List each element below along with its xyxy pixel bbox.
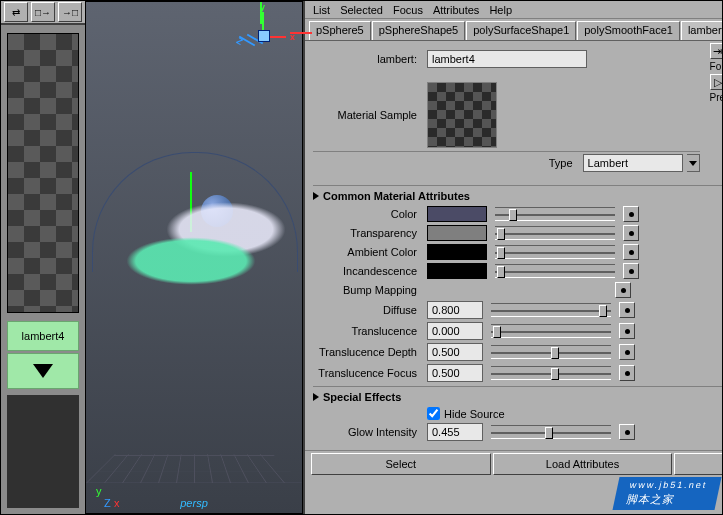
attr-slider[interactable] [495,245,615,259]
attr-value-field[interactable] [427,322,483,340]
presets-button[interactable]: ▷ [710,74,723,90]
attr-value-field[interactable] [427,343,483,361]
map-button[interactable] [619,344,635,360]
material-list-empty [7,395,79,508]
attr-slider[interactable] [491,324,611,338]
watermark: www.jb51.net 脚本之家 [613,477,722,510]
glow-intensity-field[interactable] [427,423,483,441]
type-label: Type [469,157,579,169]
map-button[interactable] [619,302,635,318]
material-assign-button[interactable] [7,353,79,389]
tab-polysurfaceshape1[interactable]: polySurfaceShape1 [466,21,576,40]
special-effects-header: Special Effects [323,391,401,403]
material-browser-panel: ⇄ □→ →□ lambert4 [1,1,85,514]
swap-icon[interactable]: ⇄ [4,2,28,22]
disclosure-triangle-icon[interactable] [313,192,319,200]
glow-intensity-slider[interactable] [491,425,611,439]
attribute-editor: List Selected Focus Attributes Help pSph… [303,1,723,514]
attr-label: Translucence Focus [313,367,423,379]
attr-value-field[interactable] [427,301,483,319]
select-button[interactable]: Select [311,453,491,475]
map-button[interactable] [623,225,639,241]
arrow-down-icon [33,364,53,378]
tab-polysmoothface1[interactable]: polySmoothFace1 [577,21,680,40]
attr-slider[interactable] [491,345,611,359]
attr-label: Transparency [313,227,423,239]
perspective-viewport[interactable]: y x Z y Z x persp [85,1,303,514]
disclosure-triangle-icon[interactable] [313,393,319,401]
tab-psphere5[interactable]: pSphere5 [309,21,371,40]
mesh-green-selected [126,237,256,285]
material-sample-swatch[interactable] [427,82,497,148]
map-button[interactable] [623,244,639,260]
attr-label: Bump Mapping [313,284,423,296]
attr-slider[interactable] [495,226,615,240]
export-icon[interactable]: □→ [31,2,55,22]
world-axis-indicator: y Z x [96,485,102,497]
attr-slider[interactable] [495,207,615,221]
camera-name-label: persp [180,497,208,509]
attribute-editor-menubar: List Selected Focus Attributes Help [305,1,723,19]
menu-selected[interactable]: Selected [340,4,383,16]
menu-attributes[interactable]: Attributes [433,4,479,16]
import-icon[interactable]: →□ [58,2,82,22]
attr-label: Ambient Color [313,246,423,258]
menu-list[interactable]: List [313,4,330,16]
map-button[interactable] [619,424,635,440]
attr-label: Translucence Depth [313,346,423,358]
attr-label: Color [313,208,423,220]
material-preview-large[interactable] [7,33,79,313]
menu-focus[interactable]: Focus [393,4,423,16]
hide-source-label: Hide Source [444,408,505,420]
map-button[interactable] [619,323,635,339]
common-attributes-header: Common Material Attributes [323,190,470,202]
map-button[interactable] [623,263,639,279]
color-swatch[interactable] [427,263,487,279]
attr-label: Translucence [313,325,423,337]
color-swatch[interactable] [427,206,487,222]
attr-label: Diffuse [313,304,423,316]
view-cube-gizmo[interactable]: y x Z [238,12,288,60]
chevron-down-icon[interactable] [687,154,700,172]
tab-psphereshape5[interactable]: pSphereShape5 [372,21,466,40]
color-swatch[interactable] [427,244,487,260]
focus-node-button[interactable]: ⇥ [710,43,723,59]
copy-tab-button[interactable] [674,453,723,475]
map-button[interactable] [619,365,635,381]
type-dropdown[interactable]: Lambert [583,154,683,172]
attr-slider[interactable] [491,303,611,317]
lambert-name-label: lambert: [313,53,423,65]
material-sample-label: Material Sample [313,109,423,121]
attr-label: Incandescence [313,265,423,277]
attr-slider[interactable] [495,264,615,278]
ground-grid [86,454,302,483]
hide-source-checkbox[interactable] [427,407,440,420]
color-swatch[interactable] [427,225,487,241]
glow-intensity-label: Glow Intensity [313,426,423,438]
menu-help[interactable]: Help [489,4,512,16]
map-button[interactable] [623,206,639,222]
attr-value-field[interactable] [427,364,483,382]
load-attributes-button[interactable]: Load Attributes [493,453,673,475]
lambert-name-field[interactable] [427,50,587,68]
node-tabs: pSphere5 pSphereShape5 polySurfaceShape1… [305,19,723,41]
tab-lambert[interactable]: lambert [681,21,723,40]
material-name-label[interactable]: lambert4 [7,321,79,351]
map-button[interactable] [615,282,631,298]
attr-slider[interactable] [491,366,611,380]
